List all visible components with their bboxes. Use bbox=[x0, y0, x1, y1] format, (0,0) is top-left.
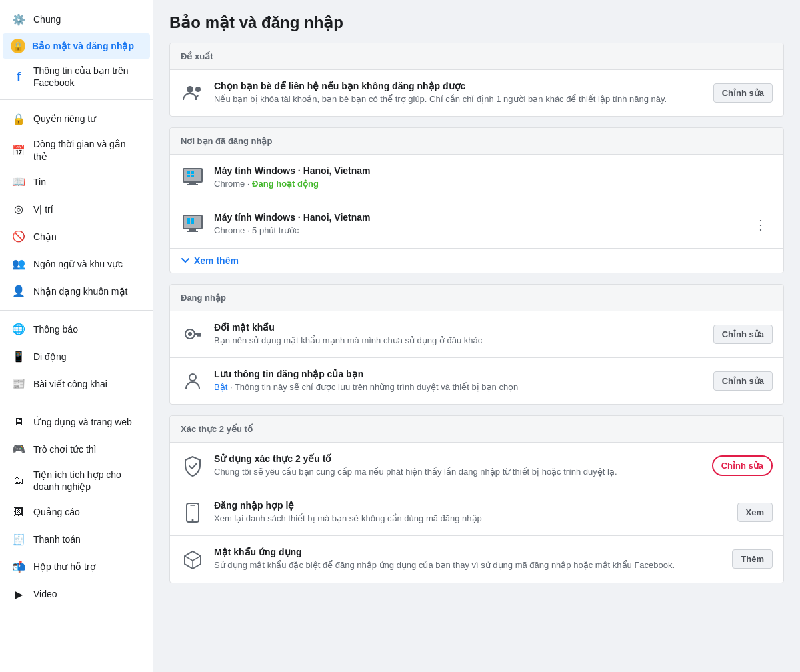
svg-rect-13 bbox=[191, 218, 194, 221]
sidebar-label-di-dong: Di động bbox=[33, 351, 66, 363]
svg-rect-14 bbox=[187, 221, 190, 224]
sidebar-item-tien-ich[interactable]: 🗂 Tiện ích tích hợp cho doanh nghiệp bbox=[3, 463, 150, 498]
divider-1 bbox=[0, 99, 153, 100]
phone-icon bbox=[185, 502, 200, 523]
row-content-su-dung-xac-thuc: Sử dụng xác thực 2 yếu tố Chúng tôi sẽ y… bbox=[214, 453, 701, 478]
box-icon-container bbox=[181, 547, 205, 571]
three-dots-button[interactable]: ⋮ bbox=[749, 215, 773, 235]
games-icon: 🎮 bbox=[11, 441, 27, 457]
page-title: Bảo mật và đăng nhập bbox=[169, 13, 784, 32]
chevron-down-icon bbox=[181, 256, 190, 265]
row-subtitle-doi-mat-khau: Bạn nên sử dụng mật khẩu mạnh mà mình ch… bbox=[214, 335, 703, 347]
sidebar-label-ngon-ngu: Ngôn ngữ và khu vực bbox=[33, 258, 123, 270]
sidebar-item-vi-tri[interactable]: ◎ Vị trí bbox=[3, 196, 150, 223]
sidebar-item-tro-choi[interactable]: 🎮 Trò chơi tức thì bbox=[3, 436, 150, 463]
section-de-xuat: Đề xuất Chọn bạn bè để liên hệ nếu bạn k… bbox=[169, 43, 784, 117]
windows-icon-2 bbox=[181, 213, 205, 237]
sidebar-item-bai-viet[interactable]: 📰 Bài viết công khai bbox=[3, 371, 150, 397]
sidebar-item-dong-thoi-gian[interactable]: 📅 Dòng thời gian và gắn thẻ bbox=[3, 133, 150, 167]
sidebar-item-ung-dung[interactable]: 🖥 Ứng dụng và trang web bbox=[3, 409, 150, 435]
row-title-device-1: Máy tính Windows · Hanoi, Vietnam bbox=[214, 165, 773, 176]
sidebar-item-di-dong[interactable]: 📱 Di động bbox=[3, 343, 150, 370]
row-title-device-2: Máy tính Windows · Hanoi, Vietnam bbox=[214, 212, 738, 223]
row-title-luu-thong-tin: Lưu thông tin đăng nhập của bạn bbox=[214, 369, 703, 379]
sidebar-label-nhan-dang: Nhận dạng khuôn mặt bbox=[33, 285, 127, 297]
svg-rect-12 bbox=[187, 218, 190, 221]
see-more-link[interactable]: Xem thêm bbox=[181, 255, 239, 266]
apps-icon: 🖥 bbox=[11, 414, 27, 430]
row-su-dung-xac-thuc: Sử dụng xác thực 2 yếu tố Chúng tôi sẽ y… bbox=[170, 443, 783, 489]
sidebar-label-hop-thu: Hộp thư hỗ trợ bbox=[33, 561, 96, 573]
svg-point-22 bbox=[192, 519, 194, 521]
sidebar-label-quyen-rieng-tu: Quyền riêng tư bbox=[33, 113, 96, 125]
person-icon bbox=[183, 371, 202, 390]
sidebar-item-hop-thu[interactable]: 📬 Hộp thư hỗ trợ bbox=[3, 553, 150, 580]
section-header-noi-dang-nhap: Nơi bạn đã đăng nhập bbox=[170, 128, 783, 155]
row-content-chon-ban-be: Chọn bạn bè để liên hệ nếu bạn không đăn… bbox=[214, 81, 703, 105]
sidebar-label-thong-bao: Thông báo bbox=[33, 323, 78, 335]
edit-button-chon-ban-be[interactable]: Chỉnh sửa bbox=[713, 83, 773, 103]
sidebar-item-quang-cao[interactable]: 🖼 Quảng cáo bbox=[3, 499, 150, 525]
sidebar-item-thong-bao[interactable]: 🌐 Thông báo bbox=[3, 316, 150, 343]
sidebar-label-dong-thoi-gian: Dòng thời gian và gắn thẻ bbox=[33, 138, 142, 162]
divider-2 bbox=[0, 310, 153, 311]
edit-button-doi-mat-khau[interactable]: Chỉnh sửa bbox=[713, 325, 773, 344]
key-icon bbox=[183, 325, 202, 343]
sidebar-label-chung: Chung bbox=[33, 13, 61, 25]
friends-icon-container bbox=[181, 81, 205, 105]
section-header-de-xuat: Đề xuất bbox=[170, 43, 783, 70]
sidebar-item-bao-mat[interactable]: 🔒 Bảo mật và đăng nhập bbox=[3, 33, 150, 59]
section-header-dang-nhap: Đăng nhập bbox=[170, 285, 783, 311]
sidebar-item-nhan-dang[interactable]: 👤 Nhận dạng khuôn mặt bbox=[3, 278, 150, 305]
see-more-row: Xem thêm bbox=[170, 249, 783, 273]
shield-icon-container bbox=[181, 454, 205, 478]
svg-point-20 bbox=[189, 374, 196, 381]
svg-rect-9 bbox=[187, 184, 198, 185]
sidebar-item-chan[interactable]: 🚫 Chặn bbox=[3, 223, 150, 250]
sidebar-item-thanh-toan[interactable]: 🧾 Thanh toán bbox=[3, 526, 150, 553]
block-icon: 🚫 bbox=[11, 229, 27, 245]
svg-point-19 bbox=[188, 332, 192, 336]
section-header-xac-thuc: Xác thực 2 yếu tố bbox=[170, 416, 783, 443]
sidebar-item-thong-tin[interactable]: f Thông tin của bạn trên Facebook bbox=[3, 59, 150, 94]
sidebar-item-ngon-ngu[interactable]: 👥 Ngôn ngữ và khu vực bbox=[3, 251, 150, 277]
bat-label: Bật bbox=[214, 382, 227, 392]
facebook-icon: f bbox=[11, 69, 27, 85]
svg-rect-4 bbox=[187, 171, 190, 174]
add-button-mat-khau-ung-dung[interactable]: Thêm bbox=[732, 549, 773, 569]
sidebar-label-chan: Chặn bbox=[33, 231, 57, 243]
view-button-hop-le[interactable]: Xem bbox=[737, 503, 773, 522]
row-luu-thong-tin: Lưu thông tin đăng nhập của bạn Bật · Th… bbox=[170, 358, 783, 404]
gear-icon: ⚙️ bbox=[11, 11, 27, 27]
sidebar-item-tin[interactable]: 📖 Tin bbox=[3, 169, 150, 195]
sidebar-label-ung-dung: Ứng dụng và trang web bbox=[33, 416, 132, 428]
row-content-device-1: Máy tính Windows · Hanoi, Vietnam Chrome… bbox=[214, 165, 773, 190]
row-title-doi-mat-khau: Đổi mật khẩu bbox=[214, 322, 703, 333]
svg-point-0 bbox=[187, 86, 193, 93]
sidebar-label-thanh-toan: Thanh toán bbox=[33, 533, 81, 545]
svg-point-1 bbox=[195, 87, 201, 92]
mobile-icon: 📱 bbox=[11, 349, 27, 365]
friends-icon bbox=[182, 84, 203, 103]
windows-computer-icon-2 bbox=[181, 213, 204, 236]
row-subtitle-chon-ban-be: Nếu bạn bị khóa tài khoản, bạn bè bạn có… bbox=[214, 93, 703, 105]
key-icon-container bbox=[181, 322, 205, 346]
sidebar-label-thong-tin: Thông tin của bạn trên Facebook bbox=[33, 65, 142, 89]
action-su-dung-xac-thuc: Chỉnh sửa bbox=[712, 455, 773, 476]
sidebar-label-tin: Tin bbox=[33, 176, 46, 188]
shield-icon bbox=[183, 455, 202, 477]
row-content-device-2: Máy tính Windows · Hanoi, Vietnam Chrome… bbox=[214, 212, 738, 237]
news-icon: 📖 bbox=[11, 174, 27, 190]
sidebar-item-video[interactable]: ▶ Video bbox=[3, 581, 150, 607]
sidebar-item-quyen-rieng-tu[interactable]: 🔒 Quyền riêng tư bbox=[3, 105, 150, 132]
edit-button-luu-thong-tin[interactable]: Chỉnh sửa bbox=[713, 371, 773, 391]
action-dang-nhap-hop-le: Xem bbox=[737, 503, 773, 522]
row-doi-mat-khau: Đổi mật khẩu Bạn nên sử dụng mật khẩu mạ… bbox=[170, 311, 783, 358]
sidebar-item-chung[interactable]: ⚙️ Chung bbox=[3, 6, 150, 33]
action-luu-thong-tin: Chỉnh sửa bbox=[713, 371, 773, 391]
svg-rect-15 bbox=[191, 221, 194, 224]
sidebar-label-tro-choi: Trò chơi tức thì bbox=[33, 443, 97, 455]
edit-circle-button-xac-thuc[interactable]: Chỉnh sửa bbox=[712, 455, 773, 476]
language-icon: 👥 bbox=[11, 256, 27, 272]
sidebar-label-vi-tri: Vị trí bbox=[33, 203, 53, 215]
